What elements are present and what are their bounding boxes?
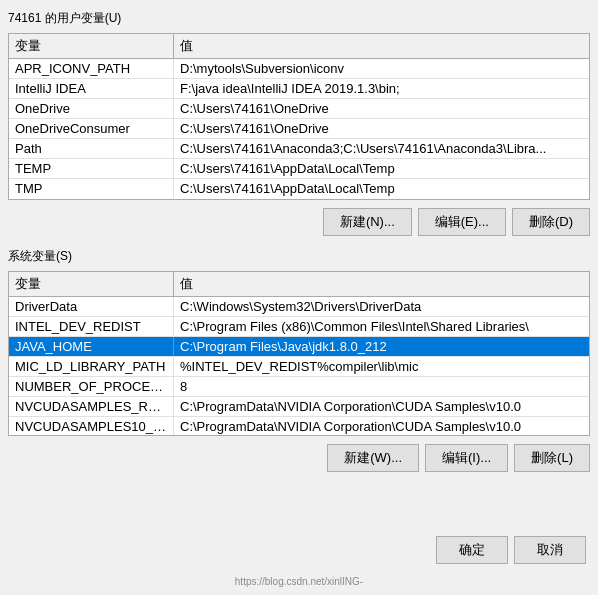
table-row[interactable]: DriverDataC:\Windows\System32\Drivers\Dr…: [9, 297, 589, 317]
table-row[interactable]: PathC:\Users\74161\Anaconda3;C:\Users\74…: [9, 139, 589, 159]
table-row[interactable]: OneDriveC:\Users\74161\OneDrive: [9, 99, 589, 119]
user-header-var: 变量: [9, 34, 174, 58]
user-delete-button[interactable]: 删除(D): [512, 208, 590, 236]
var-cell: INTEL_DEV_REDIST: [9, 317, 174, 336]
table-row[interactable]: INTEL_DEV_REDISTC:\Program Files (x86)\C…: [9, 317, 589, 337]
val-cell: C:\Users\74161\AppData\Local\Temp: [174, 179, 589, 198]
table-row[interactable]: TMPC:\Users\74161\AppData\Local\Temp: [9, 179, 589, 198]
val-cell: C:\ProgramData\NVIDIA Corporation\CUDA S…: [174, 397, 589, 416]
user-header-val: 值: [174, 34, 589, 58]
user-button-row: 新建(N)... 编辑(E)... 删除(D): [8, 204, 590, 240]
var-cell: TMP: [9, 179, 174, 198]
val-cell: C:\Users\74161\Anaconda3;C:\Users\74161\…: [174, 139, 589, 158]
system-table-body[interactable]: DriverDataC:\Windows\System32\Drivers\Dr…: [9, 297, 589, 435]
system-delete-button[interactable]: 删除(L): [514, 444, 590, 472]
table-row[interactable]: NVCUDASAMPLES10_0_R...C:\ProgramData\NVI…: [9, 417, 589, 435]
var-cell: DriverData: [9, 297, 174, 316]
var-cell: TEMP: [9, 159, 174, 178]
user-table-header: 变量 值: [9, 34, 589, 59]
table-row[interactable]: JAVA_HOMEC:\Program Files\Java\jdk1.8.0_…: [9, 337, 589, 357]
table-row[interactable]: IntelliJ IDEAF:\java idea\IntelliJ IDEA …: [9, 79, 589, 99]
table-row[interactable]: OneDriveConsumerC:\Users\74161\OneDrive: [9, 119, 589, 139]
table-row[interactable]: MIC_LD_LIBRARY_PATH%INTEL_DEV_REDIST%com…: [9, 357, 589, 377]
val-cell: C:\ProgramData\NVIDIA Corporation\CUDA S…: [174, 417, 589, 435]
user-section-title: 74161 的用户变量(U): [8, 8, 590, 29]
system-section-title: 系统变量(S): [8, 246, 590, 267]
user-table-body[interactable]: APR_ICONV_PATHD:\mytools\Subversion\icon…: [9, 59, 589, 199]
system-new-button[interactable]: 新建(W)...: [327, 444, 419, 472]
var-cell: OneDrive: [9, 99, 174, 118]
var-cell: NVCUDASAMPLES_ROOT: [9, 397, 174, 416]
environment-variables-dialog: 74161 的用户变量(U) 变量 值 APR_ICONV_PATHD:\myt…: [0, 0, 598, 595]
var-cell: OneDriveConsumer: [9, 119, 174, 138]
val-cell: C:\Users\74161\AppData\Local\Temp: [174, 159, 589, 178]
var-cell: NVCUDASAMPLES10_0_R...: [9, 417, 174, 435]
table-row[interactable]: APR_ICONV_PATHD:\mytools\Subversion\icon…: [9, 59, 589, 79]
var-cell: APR_ICONV_PATH: [9, 59, 174, 78]
val-cell: %INTEL_DEV_REDIST%compiler\lib\mic: [174, 357, 589, 376]
table-row[interactable]: TEMPC:\Users\74161\AppData\Local\Temp: [9, 159, 589, 179]
user-edit-button[interactable]: 编辑(E)...: [418, 208, 506, 236]
system-button-row: 新建(W)... 编辑(I)... 删除(L): [8, 440, 590, 476]
var-cell: MIC_LD_LIBRARY_PATH: [9, 357, 174, 376]
system-variables-table: 变量 值 DriverDataC:\Windows\System32\Drive…: [8, 271, 590, 436]
val-cell: D:\mytools\Subversion\iconv: [174, 59, 589, 78]
user-variables-section: 74161 的用户变量(U) 变量 值 APR_ICONV_PATHD:\myt…: [8, 8, 590, 240]
bottom-button-row: 确定 取消: [8, 530, 590, 568]
system-variables-section: 系统变量(S) 变量 值 DriverDataC:\Windows\System…: [8, 246, 590, 476]
val-cell: 8: [174, 377, 589, 396]
system-edit-button[interactable]: 编辑(I)...: [425, 444, 508, 472]
var-cell: JAVA_HOME: [9, 337, 174, 356]
var-cell: NUMBER_OF_PROCESSORS: [9, 377, 174, 396]
val-cell: C:\Users\74161\OneDrive: [174, 99, 589, 118]
system-header-val: 值: [174, 272, 589, 296]
cancel-button[interactable]: 取消: [514, 536, 586, 564]
var-cell: Path: [9, 139, 174, 158]
user-new-button[interactable]: 新建(N)...: [323, 208, 412, 236]
table-row[interactable]: NUMBER_OF_PROCESSORS8: [9, 377, 589, 397]
system-table-header: 变量 值: [9, 272, 589, 297]
val-cell: C:\Windows\System32\Drivers\DriverData: [174, 297, 589, 316]
val-cell: F:\java idea\IntelliJ IDEA 2019.1.3\bin;: [174, 79, 589, 98]
val-cell: C:\Program Files (x86)\Common Files\Inte…: [174, 317, 589, 336]
table-row[interactable]: NVCUDASAMPLES_ROOTC:\ProgramData\NVIDIA …: [9, 397, 589, 417]
var-cell: IntelliJ IDEA: [9, 79, 174, 98]
confirm-button[interactable]: 确定: [436, 536, 508, 564]
system-header-var: 变量: [9, 272, 174, 296]
val-cell: C:\Program Files\Java\jdk1.8.0_212: [174, 337, 589, 356]
user-variables-table: 变量 值 APR_ICONV_PATHD:\mytools\Subversion…: [8, 33, 590, 200]
val-cell: C:\Users\74161\OneDrive: [174, 119, 589, 138]
watermark: https://blog.csdn.net/xinlING-: [8, 574, 590, 587]
